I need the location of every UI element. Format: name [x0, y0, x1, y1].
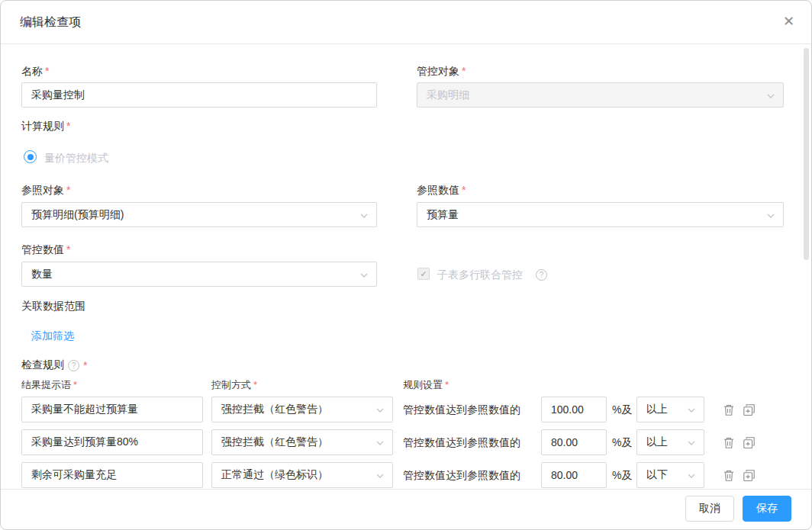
required-asterisk: * — [445, 379, 449, 390]
delete-row-button[interactable] — [722, 468, 736, 482]
copy-plus-icon — [743, 436, 756, 449]
required-asterisk: * — [66, 120, 70, 132]
required-asterisk: * — [66, 243, 70, 255]
chevron-down-icon — [375, 471, 385, 483]
required-asterisk: * — [45, 65, 49, 77]
direction-select[interactable]: 以上 — [636, 429, 704, 455]
control-value-select[interactable]: 数量 — [21, 262, 377, 287]
percent-input[interactable] — [541, 429, 607, 455]
add-row-button[interactable] — [742, 435, 756, 449]
header-control-method: 控制方式* — [211, 378, 257, 392]
help-icon[interactable]: ? — [68, 360, 79, 371]
chevron-down-icon — [766, 91, 775, 103]
chevron-down-icon — [375, 438, 385, 450]
chevron-down-icon — [359, 210, 369, 223]
rule-prefix-text: 管控数值达到参照数值的 — [403, 397, 520, 422]
chevron-down-icon — [687, 405, 696, 417]
chevron-down-icon — [687, 438, 696, 450]
reference-value-label: 参照数值* — [417, 184, 466, 198]
result-prompt-input[interactable] — [21, 429, 203, 455]
rule-prefix-text: 管控数值达到参照数值的 — [403, 462, 520, 488]
control-method-select[interactable]: 强控拦截（红色警告） — [211, 397, 393, 422]
trash-icon — [723, 403, 735, 416]
copy-plus-icon — [743, 403, 756, 416]
direction-select[interactable]: 以上 — [636, 397, 704, 422]
add-filter-link[interactable]: 添加筛选 — [31, 329, 74, 343]
add-row-button[interactable] — [742, 468, 756, 482]
copy-plus-icon — [743, 469, 756, 482]
chevron-down-icon — [375, 405, 385, 417]
reference-value-select[interactable]: 预算量 — [417, 202, 784, 227]
required-asterisk: * — [83, 359, 87, 371]
edit-check-item-dialog: 编辑检查项 ✕ 名称* 管控对象* 采购明细 计算规则* 量价管控模式 参照对象… — [0, 0, 812, 530]
control-object-label: 管控对象* — [417, 65, 466, 79]
reference-value-value: 预算量 — [427, 208, 459, 222]
name-input[interactable] — [21, 82, 377, 108]
rule-row: 强控拦截（红色警告） 管控数值达到参照数值的 %及 以上 — [1, 429, 811, 455]
rule-row: 正常通过（绿色标识） 管控数值达到参照数值的 %及 以下 — [1, 462, 811, 488]
required-asterisk: * — [462, 184, 466, 196]
chevron-down-icon — [359, 270, 369, 282]
header-rule-settings: 规则设置* — [403, 378, 449, 392]
reference-object-select[interactable]: 预算明细(预算明细) — [21, 202, 377, 227]
required-asterisk: * — [462, 65, 466, 77]
rule-prefix-text: 管控数值达到参照数值的 — [403, 429, 520, 455]
control-method-select[interactable]: 强控拦截（红色警告） — [211, 429, 393, 455]
data-range-label: 关联数据范围 — [21, 300, 85, 313]
close-icon[interactable]: ✕ — [781, 13, 796, 30]
calc-rule-label: 计算规则* — [21, 120, 70, 133]
control-method-select[interactable]: 正常通过（绿色标识） — [211, 462, 393, 488]
reference-object-value: 预算明细(预算明细) — [31, 208, 124, 222]
trash-icon — [723, 469, 735, 482]
control-value-value: 数量 — [31, 268, 53, 281]
percent-input[interactable] — [541, 397, 607, 422]
joint-control-label: 子表多行联合管控 — [437, 268, 523, 282]
required-asterisk: * — [66, 184, 70, 196]
chevron-down-icon — [766, 210, 775, 223]
name-field-label: 名称* — [21, 65, 49, 79]
scrollbar-thumb[interactable] — [804, 48, 809, 260]
header-divider — [1, 43, 811, 44]
cancel-button[interactable]: 取消 — [685, 496, 734, 522]
percent-input[interactable] — [541, 462, 607, 488]
delete-row-button[interactable] — [722, 435, 736, 449]
reference-object-label: 参照对象* — [21, 184, 70, 198]
required-asterisk: * — [73, 379, 77, 390]
result-prompt-input[interactable] — [21, 462, 203, 488]
save-button[interactable]: 保存 — [743, 496, 791, 522]
price-volume-mode-radio[interactable] — [24, 150, 37, 163]
result-prompt-input[interactable] — [21, 397, 203, 422]
delete-row-button[interactable] — [722, 403, 736, 416]
price-volume-mode-radio-label: 量价管控模式 — [44, 152, 108, 165]
percent-suffix-text: %及 — [612, 429, 632, 455]
help-icon[interactable]: ? — [536, 269, 547, 281]
checkmark-icon: ✓ — [420, 269, 427, 279]
rule-row: 强控拦截（红色警告） 管控数值达到参照数值的 %及 以上 — [1, 397, 811, 422]
trash-icon — [723, 436, 735, 449]
add-row-button[interactable] — [742, 403, 756, 416]
joint-control-checkbox: ✓ — [417, 268, 430, 280]
control-object-select: 采购明细 — [417, 82, 784, 108]
chevron-down-icon — [687, 471, 696, 483]
percent-suffix-text: %及 — [612, 462, 632, 488]
percent-suffix-text: %及 — [612, 397, 632, 422]
control-value-label: 管控数值* — [21, 243, 70, 257]
check-rules-label: 检查规则 ? * — [21, 358, 87, 372]
header-result-prompt: 结果提示语* — [21, 378, 77, 392]
direction-select[interactable]: 以下 — [636, 462, 704, 488]
footer-divider — [1, 489, 811, 490]
dialog-title: 编辑检查项 — [20, 14, 81, 31]
required-asterisk: * — [253, 379, 257, 390]
control-object-value: 采购明细 — [427, 88, 469, 102]
